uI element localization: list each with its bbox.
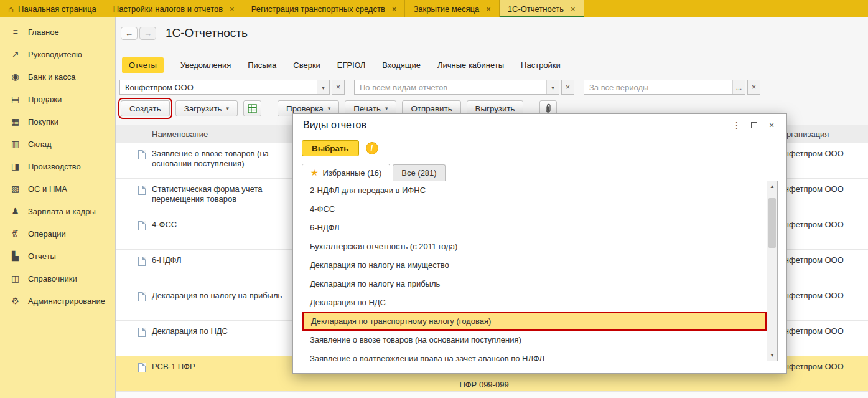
sidebar-item-bank-kassa[interactable]: ◉ Банк и касса — [0, 65, 115, 88]
tab-tax-settings[interactable]: Настройки налогов и отчетов × — [105, 0, 243, 17]
maximize-button[interactable] — [745, 118, 763, 133]
create-button[interactable]: Создать — [121, 100, 170, 116]
chevron-down-icon: ▾ — [328, 105, 331, 111]
list-item[interactable]: Декларация по НДС — [302, 293, 767, 312]
production-icon: ◨ — [9, 161, 21, 171]
sidebar-item-rukovoditelyu[interactable]: ↗ Руководителю — [0, 43, 115, 65]
trend-icon: ↗ — [9, 49, 21, 59]
report-name: 4-ФСС — [152, 220, 287, 230]
tab-settings[interactable]: Настройки — [521, 60, 561, 70]
list-item[interactable]: Бухгалтерская отчетность (с 2011 года) — [302, 237, 767, 256]
tab-personal-accounts[interactable]: Личные кабинеты — [437, 60, 504, 70]
tab-incoming[interactable]: Входящие — [382, 60, 421, 70]
tab-letters[interactable]: Письма — [248, 60, 276, 70]
sidebar-item-sklad[interactable]: ▥ Склад — [0, 133, 115, 155]
spreadsheet-icon — [248, 104, 257, 113]
list-item[interactable]: Заявление о подтверждении права на зачет… — [302, 349, 767, 361]
sidebar-item-otchety[interactable]: ▙ Отчеты — [0, 245, 115, 267]
organization-filter[interactable]: Конфетпром ООО ▾ — [119, 80, 330, 95]
scrollbar[interactable]: ▲ ▼ — [767, 181, 777, 361]
load-button[interactable]: Загрузить ▾ — [175, 100, 238, 116]
tab-label: Закрытие месяца — [413, 4, 479, 14]
close-icon[interactable]: × — [230, 4, 235, 14]
list-item[interactable]: 6-НДФЛ — [302, 219, 767, 237]
sidebar-item-proizvodstvo[interactable]: ◨ Производство — [0, 155, 115, 178]
sidebar-item-operacii[interactable]: Дт Кт Операции — [0, 222, 115, 245]
sidebar-item-os-nma[interactable]: ▧ ОС и НМА — [0, 178, 115, 200]
document-icon — [138, 150, 146, 159]
tab-reconciliations[interactable]: Сверки — [293, 60, 320, 70]
close-icon[interactable]: × — [571, 4, 576, 14]
ellipsis-icon[interactable]: … — [732, 80, 745, 94]
bar-chart-icon: ▙ — [9, 251, 21, 261]
chevron-down-icon[interactable]: ▾ — [546, 80, 559, 94]
document-icon — [138, 292, 146, 301]
tab-label: Настройки налогов и отчетов — [113, 4, 223, 14]
spreadsheet-button[interactable] — [243, 100, 261, 116]
report-type-filter-placeholder: По всем видам отчетов — [355, 83, 546, 92]
close-icon[interactable]: × — [392, 4, 397, 14]
select-button[interactable]: Выбрать — [302, 140, 359, 156]
scroll-down-icon[interactable]: ▼ — [767, 350, 777, 361]
sidebar-item-glavnoe[interactable]: ≡ Главное — [0, 21, 115, 43]
tab-vehicle-registration[interactable]: Регистрация транспортных средств × — [243, 0, 406, 17]
check-button-label: Проверка — [286, 104, 324, 113]
page-title: 1С-Отчетность — [166, 26, 248, 40]
list-item[interactable]: 4-ФСС — [302, 200, 767, 219]
report-type-filter-clear-button[interactable]: × — [561, 80, 574, 95]
dialog-tabs: ★ Избранные (16) Все (281) — [293, 160, 786, 181]
tab-reports[interactable]: Отчеты — [122, 57, 164, 73]
info-icon[interactable]: i — [366, 142, 378, 154]
close-icon[interactable]: × — [486, 4, 491, 14]
sidebar-item-prodazhi[interactable]: ▤ Продажи — [0, 88, 115, 110]
column-header-name[interactable]: Наименование — [152, 130, 208, 139]
sidebar-item-label: Банк и касса — [28, 72, 76, 82]
column-header-organization[interactable]: Организация — [780, 130, 829, 139]
tab-egrul[interactable]: ЕГРЮЛ — [337, 60, 365, 70]
scroll-up-icon[interactable]: ▲ — [767, 181, 777, 192]
more-icon[interactable]: ⋮ — [728, 118, 745, 133]
window-tab-bar: ⌂ Начальная страница Настройки налогов и… — [0, 0, 868, 17]
list-item[interactable]: Заявление о ввозе товаров (на основании … — [302, 331, 767, 349]
document-icon — [138, 257, 146, 266]
report-types-list: 2-НДФЛ для передачи в ИФНС 4-ФСС 6-НДФЛ … — [302, 181, 778, 361]
period-filter-clear-button[interactable]: × — [747, 80, 760, 95]
tab-all[interactable]: Все (281) — [393, 164, 445, 181]
document-icon — [138, 328, 146, 337]
forward-button[interactable]: → — [139, 27, 156, 40]
sidebar-item-administrirovanie[interactable]: ⚙ Администрирование — [0, 290, 115, 312]
sidebar-item-spravochniki[interactable]: ◫ Справочники — [0, 267, 115, 290]
person-icon: ♟ — [9, 206, 21, 216]
list-item[interactable]: Декларация по налогу на имущество — [302, 256, 767, 275]
scrollbar-thumb[interactable] — [768, 198, 776, 248]
report-name: РСВ-1 ПФР — [152, 362, 287, 372]
chevron-down-icon: ▾ — [226, 105, 230, 111]
list-item[interactable]: Декларация по налогу на прибыль — [302, 275, 767, 293]
chevron-down-icon: ▾ — [385, 105, 388, 111]
organization-filter-clear-button[interactable]: × — [332, 80, 345, 95]
period-filter[interactable]: За все периоды … — [584, 80, 745, 95]
tab-1c-reporting[interactable]: 1С-Отчетность × — [500, 0, 584, 17]
sidebar-item-pokupki[interactable]: ▦ Покупки — [0, 110, 115, 133]
tab-notifications[interactable]: Уведомления — [180, 60, 231, 70]
report-name: Статистическая форма учета перемещения т… — [152, 184, 287, 204]
report-types-dialog: Виды отчетов ⋮ × Выбрать i ★ Избранные (… — [292, 113, 787, 374]
tab-month-closing[interactable]: Закрытие месяца × — [405, 0, 499, 17]
back-button[interactable]: ← — [121, 27, 138, 40]
report-type-filter[interactable]: По всем видам отчетов ▾ — [354, 80, 559, 95]
list-item[interactable]: 2-НДФЛ для передачи в ИФНС — [302, 181, 767, 200]
paperclip-icon — [544, 103, 553, 113]
filter-row: Конфетпром ООО ▾ × По всем видам отчетов… — [119, 80, 760, 95]
list-item-highlighted[interactable]: Декларация по транспортному налогу (годо… — [302, 312, 767, 331]
print-button-label: Печать — [353, 104, 381, 113]
sidebar-item-zarplata-kadry[interactable]: ♟ Зарплата и кадры — [0, 200, 115, 222]
close-button[interactable]: × — [763, 118, 780, 133]
sidebar-item-label: Руководителю — [28, 50, 82, 59]
tab-home[interactable]: ⌂ Начальная страница — [0, 0, 105, 17]
chevron-down-icon[interactable]: ▾ — [317, 80, 329, 94]
sidebar-item-label: Главное — [28, 27, 59, 37]
home-icon: ⌂ — [8, 4, 14, 14]
warehouse-icon: ▥ — [9, 139, 21, 149]
report-name: Декларация по НДС — [152, 326, 287, 336]
tab-favorites[interactable]: ★ Избранные (16) — [302, 164, 390, 181]
